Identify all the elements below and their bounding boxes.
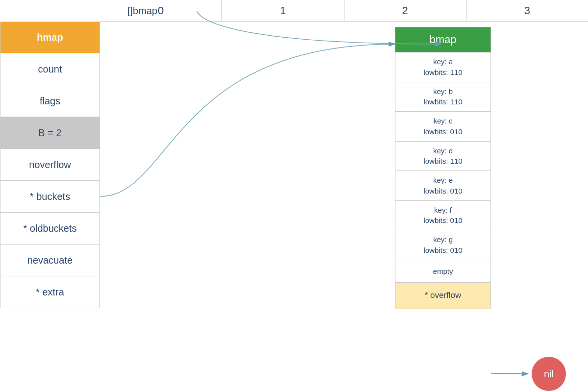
sidebar-noverflow: noverflow [0,149,100,181]
bmap-cell-6: key: g lowbits: 010 [395,230,491,260]
bmap-pointer-label: []bmap [127,0,157,22]
sidebar-flags: flags [0,85,100,117]
bmap-header: bmap [395,27,491,52]
sidebar-b: B = 2 [0,117,100,149]
sidebar-count: count [0,53,100,85]
column-headers: 0 1 2 3 [100,0,588,22]
bmap-cell-5: key: f lowbits: 010 [395,201,491,231]
svg-line-2 [491,373,528,374]
bmap-cell-empty: empty [395,260,491,283]
bmap-container: bmap key: a lowbits: 110 key: b lowbits:… [395,27,491,309]
sidebar-hmap: hmap [0,22,100,53]
bmap-cell-3: key: d lowbits: 110 [395,142,491,171]
col-header-1: 1 [222,0,344,21]
bmap-cell-4: key: e lowbits: 010 [395,171,491,201]
sidebar-extra: * extra [0,276,100,308]
col-header-0: 0 [100,0,222,21]
sidebar-nevacuate: nevacuate [0,244,100,276]
bmap-cell-0: key: a lowbits: 110 [395,52,491,82]
nil-circle: nil [532,357,566,391]
sidebar: hmap count flags B = 2 noverflow * bucke… [0,22,100,308]
bmap-cell-1: key: b lowbits: 110 [395,82,491,112]
bmap-cell-overflow: * overflow [395,283,491,309]
sidebar-buckets: * buckets [0,181,100,213]
col-header-2: 2 [344,0,466,21]
bmap-cell-2: key: c lowbits: 010 [395,112,491,142]
col-header-3: 3 [466,0,588,21]
sidebar-oldbuckets: * oldbuckets [0,213,100,244]
